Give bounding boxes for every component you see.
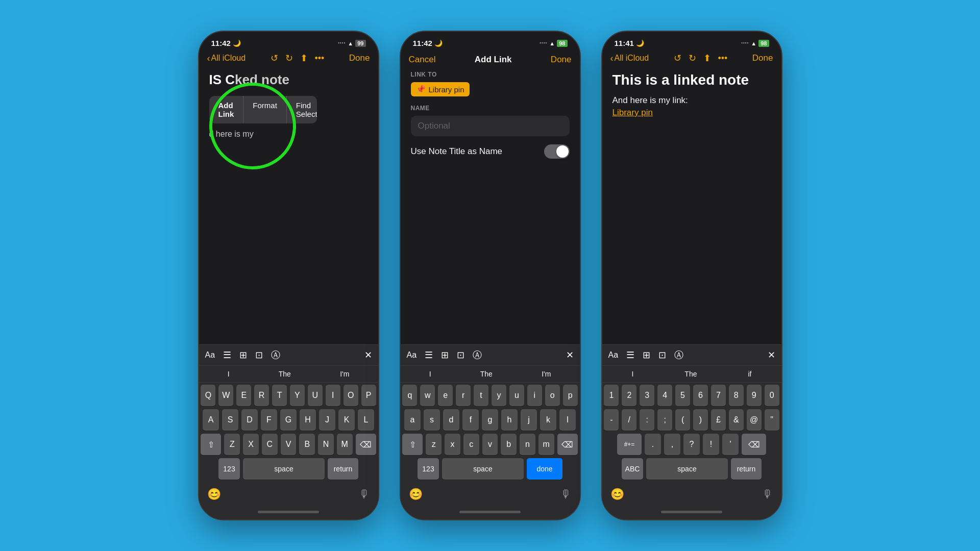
key-2-a[interactable]: a xyxy=(404,409,421,431)
key-2-c[interactable]: c xyxy=(463,434,479,455)
key-2-w[interactable]: w xyxy=(420,385,435,406)
key-q[interactable]: Q xyxy=(201,385,215,406)
mic-icon-1[interactable]: 🎙 xyxy=(359,488,370,501)
camera-icon-1[interactable]: ⊡ xyxy=(255,349,263,361)
suggestion-the-1[interactable]: The xyxy=(275,369,295,379)
key-3-2[interactable]: 2 xyxy=(622,385,636,406)
emoji-icon-3[interactable]: 😊 xyxy=(610,488,624,501)
format-menu-item[interactable]: Format xyxy=(243,96,287,123)
close-keyboard-icon-1[interactable]: ✕ xyxy=(364,349,372,361)
more-icon-1[interactable]: ••• xyxy=(315,53,325,64)
num-switch-key-2[interactable]: 123 xyxy=(418,458,439,480)
pen-icon-1[interactable]: Ⓐ xyxy=(271,349,280,361)
key-2-m[interactable]: m xyxy=(538,434,554,455)
grid-icon-2[interactable]: ⊞ xyxy=(441,349,449,361)
cancel-button-2[interactable]: Cancel xyxy=(409,55,436,65)
camera-icon-2[interactable]: ⊡ xyxy=(457,349,464,361)
key-3-5[interactable]: 5 xyxy=(675,385,690,406)
pen-icon-2[interactable]: Ⓐ xyxy=(473,349,482,361)
redo-icon-1[interactable]: ↻ xyxy=(285,53,293,64)
key-3-semi[interactable]: ; xyxy=(657,409,672,431)
key-2-h[interactable]: h xyxy=(501,409,518,431)
suggestion-im-2[interactable]: I'm xyxy=(537,369,555,379)
key-2-t[interactable]: t xyxy=(474,385,488,406)
note-link-3[interactable]: Library pin xyxy=(612,108,771,118)
key-2-b[interactable]: b xyxy=(501,434,517,455)
key-p[interactable]: P xyxy=(361,385,376,406)
key-z[interactable]: Z xyxy=(224,434,240,455)
key-y[interactable]: Y xyxy=(290,385,305,406)
key-s[interactable]: S xyxy=(222,409,238,431)
key-3-0[interactable]: 0 xyxy=(765,385,779,406)
key-i[interactable]: I xyxy=(326,385,340,406)
aa-icon-1[interactable]: Aa xyxy=(205,350,215,360)
key-m[interactable]: M xyxy=(337,434,353,455)
key-3-comma[interactable]: , xyxy=(664,434,680,455)
key-3-pound[interactable]: £ xyxy=(711,409,726,431)
key-2-e[interactable]: e xyxy=(438,385,453,406)
key-2-o[interactable]: o xyxy=(545,385,560,406)
key-n[interactable]: N xyxy=(318,434,334,455)
key-2-v[interactable]: v xyxy=(482,434,498,455)
key-3-amp[interactable]: & xyxy=(729,409,744,431)
mic-icon-2[interactable]: 🎙 xyxy=(560,488,572,501)
key-t[interactable]: T xyxy=(272,385,287,406)
key-e[interactable]: E xyxy=(236,385,251,406)
suggestion-i-3[interactable]: I xyxy=(627,369,638,379)
emoji-icon-1[interactable]: 😊 xyxy=(207,488,221,501)
grid-icon-1[interactable]: ⊞ xyxy=(239,349,247,361)
shift-key-1[interactable]: ⇧ xyxy=(201,434,221,455)
key-2-s[interactable]: s xyxy=(424,409,440,431)
key-2-i[interactable]: i xyxy=(527,385,542,406)
key-2-n[interactable]: n xyxy=(520,434,535,455)
key-3-dot[interactable]: . xyxy=(645,434,661,455)
list-icon-3[interactable]: ☰ xyxy=(626,349,634,361)
aa-icon-2[interactable]: Aa xyxy=(407,350,417,360)
space-key-2[interactable]: space xyxy=(442,458,524,480)
undo-icon-1[interactable]: ↺ xyxy=(271,53,278,64)
mic-icon-3[interactable]: 🎙 xyxy=(762,488,773,501)
key-3-1[interactable]: 1 xyxy=(604,385,619,406)
key-f[interactable]: F xyxy=(261,409,277,431)
done-button-2[interactable]: Done xyxy=(551,55,572,65)
suggestion-i-2[interactable]: I xyxy=(425,369,435,379)
done-key-2[interactable]: done xyxy=(527,458,562,480)
num-switch-key-1[interactable]: 123 xyxy=(218,458,240,480)
done-button-3[interactable]: Done xyxy=(752,53,773,63)
return-key-3[interactable]: return xyxy=(731,458,762,480)
suggestion-the-3[interactable]: The xyxy=(680,369,701,379)
grid-icon-3[interactable]: ⊞ xyxy=(643,349,650,361)
list-icon-2[interactable]: ☰ xyxy=(425,349,433,361)
key-3-at[interactable]: @ xyxy=(747,409,762,431)
share-icon-1[interactable]: ⬆ xyxy=(300,53,308,64)
suggestion-i-1[interactable]: I xyxy=(224,369,234,379)
key-2-j[interactable]: j xyxy=(521,409,537,431)
key-b[interactable]: B xyxy=(299,434,315,455)
close-keyboard-icon-2[interactable]: ✕ xyxy=(566,349,574,361)
back-button-3[interactable]: ‹ All iCloud xyxy=(610,53,649,64)
key-o[interactable]: O xyxy=(344,385,358,406)
key-w[interactable]: W xyxy=(218,385,233,406)
key-2-z[interactable]: z xyxy=(426,434,442,455)
space-key-1[interactable]: space xyxy=(243,458,325,480)
list-icon-1[interactable]: ☰ xyxy=(223,349,231,361)
undo-icon-3[interactable]: ↺ xyxy=(674,53,681,64)
delete-key-2[interactable]: ⌫ xyxy=(557,434,578,455)
key-2-f[interactable]: f xyxy=(462,409,479,431)
camera-icon-3[interactable]: ⊡ xyxy=(658,349,666,361)
key-3-6[interactable]: 6 xyxy=(693,385,708,406)
delete-key-1[interactable]: ⌫ xyxy=(356,434,376,455)
key-3-4[interactable]: 4 xyxy=(657,385,672,406)
abc-key-3[interactable]: ABC xyxy=(622,458,643,480)
pen-icon-3[interactable]: Ⓐ xyxy=(674,349,683,361)
use-note-title-toggle[interactable] xyxy=(544,144,570,159)
key-2-q[interactable]: q xyxy=(402,385,417,406)
key-x[interactable]: X xyxy=(243,434,259,455)
key-2-d[interactable]: d xyxy=(443,409,459,431)
space-key-3[interactable]: space xyxy=(646,458,728,480)
key-3-slash[interactable]: / xyxy=(622,409,636,431)
key-v[interactable]: V xyxy=(281,434,297,455)
delete-key-3[interactable]: ⌫ xyxy=(742,434,766,455)
key-r[interactable]: R xyxy=(254,385,269,406)
done-button-1[interactable]: Done xyxy=(349,53,370,63)
